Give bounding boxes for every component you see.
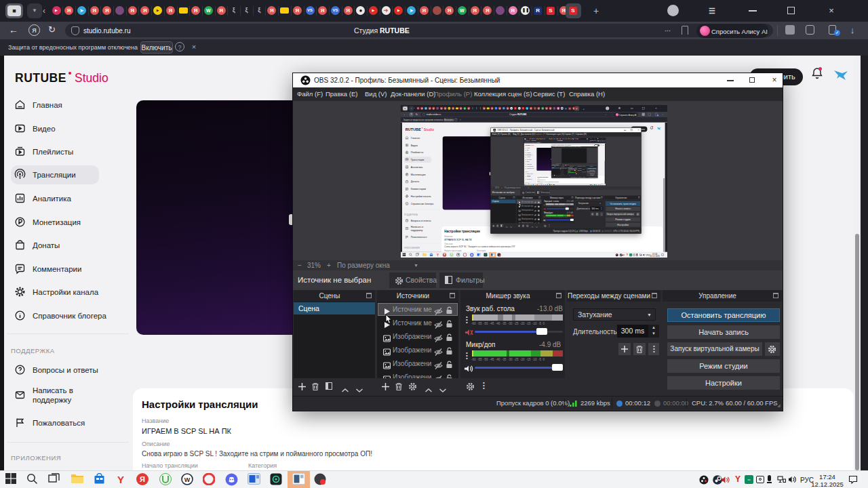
- svg-text:W: W: [184, 476, 191, 483]
- svg-text:W: W: [457, 253, 459, 256]
- svg-text:Я: Я: [140, 475, 145, 483]
